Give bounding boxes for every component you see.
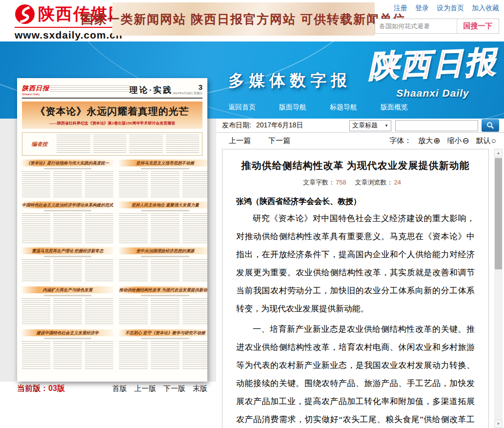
scroll-up-icon[interactable]: ▲ xyxy=(494,149,503,157)
thumbnail-byline xyxy=(141,256,189,257)
newsprint-text-block xyxy=(85,171,113,198)
zoom-out-label: 缩小 xyxy=(447,136,462,145)
top-links: 注册 登录 设为首页 加入收藏 xyxy=(375,4,499,13)
shaanxi-daily-logo-cn: 陕西日报 xyxy=(367,41,498,89)
thumbnail-headline[interactable]: 《资本论》是行动指南与伟大实践的高度统一 xyxy=(22,160,113,166)
newsprint-text-block xyxy=(53,213,81,244)
article-title: 推动供给侧结构性改革 为现代农业发展提供新动能 xyxy=(236,159,475,172)
newsprint-text-block xyxy=(182,171,207,198)
search-icon xyxy=(486,122,494,129)
font-zoom-out-button[interactable]: 缩小 ⊖ xyxy=(447,136,469,146)
newsprint-text-block xyxy=(119,298,148,326)
newspaper-page-info: 3 2017年6月18日 星期日 xyxy=(173,83,202,96)
newspaper-page-thumbnail[interactable]: 陕西日报 Shaanxi Daily 理论·实践 3 2017年6月18日 星期… xyxy=(17,78,207,382)
nav-home[interactable]: 返回首页 xyxy=(228,103,256,112)
add-favorite-link[interactable]: 加入收藏 xyxy=(472,4,499,13)
current-page-indicator: 当前版：03版 xyxy=(17,384,65,394)
nav-page-navigation[interactable]: 版面导航 xyxy=(279,103,306,112)
search-field-selected: 文章标题 xyxy=(352,121,378,130)
thumbnail-article: 中国特色社会主义政治经济学理论体系构建的范式 xyxy=(22,202,113,244)
newspaper-logo-en: Shaanxi Daily xyxy=(22,93,49,96)
views-value: 24 xyxy=(394,179,401,186)
pager-links: 首版 上一版 下一版 末版 xyxy=(112,384,207,393)
thumbnail-byline xyxy=(44,295,91,296)
newsprint-text-block xyxy=(119,259,148,283)
thumbnail-headline[interactable]: 重温马克思再生产理论 把握经济新常态 xyxy=(22,247,113,254)
current-page-label: 当前版： xyxy=(17,384,48,392)
article-search-input[interactable] xyxy=(395,120,478,131)
page: 陕西传媒网 www.sxdaily.com.cn 国家一类新闻网站 陕西日报官方… xyxy=(0,0,504,428)
publish-date-value: 2017年6月18日 xyxy=(256,121,303,130)
article-toolbar: 上一篇 下一篇 字体： 放大 ⊕ 缩小 ⊖ 默认 ○ xyxy=(216,133,504,149)
login-link[interactable]: 登录 xyxy=(415,4,429,13)
prev-page-link[interactable]: 上一版 xyxy=(134,384,156,393)
newsprint-text-block xyxy=(22,298,50,326)
thumbnail-byline xyxy=(44,256,91,257)
thumbnail-headline[interactable]: 不忘初心 坚守《资本论》教学与研究不动摇 xyxy=(119,329,207,336)
article-meta: 文章字数：758 文章浏览数：24 xyxy=(236,178,475,187)
article-content-box: 推动供给侧结构性改革 为现代农业发展提供新动能 文章字数：758 文章浏览数：2… xyxy=(222,149,489,428)
article-search-button[interactable] xyxy=(482,119,499,132)
next-article-button[interactable]: 下一篇 xyxy=(268,136,290,145)
current-page-value: 03版 xyxy=(48,384,65,392)
newsprint-text-block xyxy=(22,341,50,369)
next-page-link[interactable]: 下一版 xyxy=(163,384,185,393)
newsprint-text-block xyxy=(151,171,180,198)
newsprint-text-block xyxy=(85,259,113,283)
scroll-down-icon[interactable]: ▼ xyxy=(494,420,503,428)
thumbnail-article-current: 推动供给侧结构性改革 为现代农业发展提供新动能 xyxy=(119,286,207,326)
newsprint-text-block xyxy=(53,341,81,369)
newspaper-date: 2017年6月18日 星期日 xyxy=(173,91,202,96)
header-right: 注册 登录 设为首页 加入收藏 各国如何花式避暑 国搜一下 xyxy=(375,4,499,34)
thumbnail-byline xyxy=(141,168,189,169)
thumbnail-byline xyxy=(44,338,91,339)
newspaper-section-label: 理论·实践 xyxy=(129,84,173,96)
nav-page-overview[interactable]: 版面概览 xyxy=(381,103,408,112)
font-size-label: 字体： xyxy=(389,136,411,145)
font-default-button[interactable]: 默认 ○ xyxy=(476,136,496,146)
site-header: 陕西传媒网 www.sxdaily.com.cn 国家一类新闻网站 陕西日报官方… xyxy=(0,0,504,41)
article-scrollbar[interactable]: ▲ ▼ xyxy=(494,149,503,428)
hot-search-input[interactable]: 各国如何花式避暑 xyxy=(375,19,457,33)
nav-title-navigation[interactable]: 标题导航 xyxy=(330,103,357,112)
shaanxi-daily-logo: 陕西日报 Shaanxi Daily xyxy=(368,41,497,99)
editor-note-box: 编者按 xyxy=(22,132,202,156)
thumbnail-headline[interactable]: 党中央治国理政经济思想的渊源 xyxy=(119,247,207,254)
register-link[interactable]: 注册 xyxy=(394,4,407,13)
search-field-select[interactable]: 文章标题 ▼ xyxy=(349,120,391,131)
editor-note-label: 编者按 xyxy=(25,135,54,153)
font-zoom-in-button[interactable]: 放大 ⊕ xyxy=(418,136,440,146)
page-pager: 当前版：03版 首版 上一版 下一版 末版 xyxy=(17,384,207,394)
thumbnail-headline-current[interactable]: 推动供给侧结构性改革 为现代农业发展提供新动能 xyxy=(119,286,207,293)
first-page-link[interactable]: 首版 xyxy=(112,384,127,393)
guosou-search-button[interactable]: 国搜一下 xyxy=(457,19,499,33)
newsprint-text-block xyxy=(85,213,113,244)
set-homepage-link[interactable]: 设为首页 xyxy=(437,4,464,13)
chevron-down-icon: ▼ xyxy=(384,123,388,128)
zoom-in-icon: ⊕ xyxy=(433,136,440,146)
shaanxi-daily-logo-en: Shaanxi Daily xyxy=(368,87,497,99)
newsprint-text-block xyxy=(22,171,50,198)
thumbnail-headline[interactable]: 坚持马克思主义指导思想不动摇 xyxy=(119,160,207,166)
site-logo-icon xyxy=(15,4,35,24)
newsprint-text-block xyxy=(182,341,207,369)
font-default-label: 默认 xyxy=(476,136,491,145)
last-page-link[interactable]: 末版 xyxy=(193,384,207,393)
thumbnail-headline[interactable]: 中国特色社会主义政治经济学理论体系构建的范式 xyxy=(22,202,113,208)
thumbnail-byline xyxy=(141,338,189,339)
thumbnail-headline[interactable]: 坚持人民主体地位 凝聚强大发展力量 xyxy=(119,202,207,208)
newsprint-text-block xyxy=(57,135,90,153)
thumbnail-article: 建设中国特色社会主义发展经济学 xyxy=(22,329,113,369)
newspaper-logo-cn: 陕西日报 xyxy=(22,84,49,93)
thumbnail-headline[interactable]: 内涵扩大再生产与绿色发展 xyxy=(22,286,113,293)
hot-search-box: 各国如何花式避暑 国搜一下 xyxy=(375,19,499,34)
scrollbar-thumb[interactable] xyxy=(495,158,502,269)
thumbnail-headline[interactable]: 建设中国特色社会主义发展经济学 xyxy=(22,329,113,336)
newsprint-text-block xyxy=(129,135,163,153)
prev-article-button[interactable]: 上一篇 xyxy=(229,136,251,145)
thumbnail-article: 《资本论》是行动指南与伟大实践的高度统一 xyxy=(22,160,113,198)
thumbnail-article: 内涵扩大再生产与绿色发展 xyxy=(22,286,113,326)
newsprint-text-block xyxy=(166,135,200,153)
newsprint-text-block xyxy=(22,259,50,283)
font-controls: 字体： 放大 ⊕ 缩小 ⊖ 默认 ○ xyxy=(389,136,496,146)
